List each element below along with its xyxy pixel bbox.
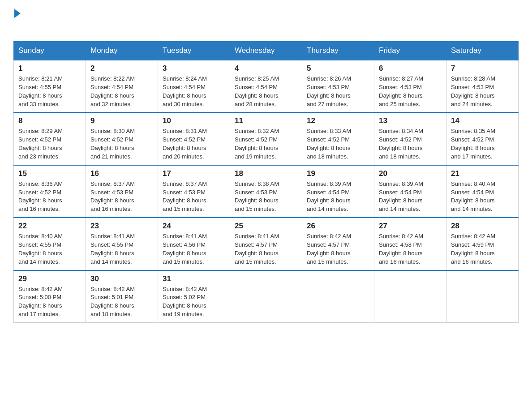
day-number: 16	[90, 169, 153, 178]
day-info: Sunrise: 8:39 AMSunset: 4:54 PMDaylight:…	[307, 180, 351, 213]
weekday-header-friday: Friday	[374, 42, 446, 60]
day-info: Sunrise: 8:32 AMSunset: 4:52 PMDaylight:…	[235, 128, 279, 160]
calendar-cell: 9 Sunrise: 8:30 AMSunset: 4:52 PMDayligh…	[86, 112, 158, 165]
day-number: 29	[18, 274, 81, 283]
day-number: 2	[90, 64, 153, 73]
calendar-cell: 5 Sunrise: 8:26 AMSunset: 4:53 PMDayligh…	[302, 60, 374, 112]
day-info: Sunrise: 8:28 AMSunset: 4:53 PMDaylight:…	[451, 75, 495, 107]
day-info: Sunrise: 8:21 AMSunset: 4:55 PMDaylight:…	[18, 75, 63, 107]
day-number: 10	[163, 116, 225, 125]
calendar-cell: 14 Sunrise: 8:35 AMSunset: 4:52 PMDaylig…	[446, 112, 519, 165]
calendar-cell: 27 Sunrise: 8:42 AMSunset: 4:58 PMDaylig…	[374, 218, 446, 270]
day-info: Sunrise: 8:25 AMSunset: 4:54 PMDaylight:…	[235, 75, 279, 107]
day-number: 4	[235, 64, 297, 73]
calendar-week-row: 1 Sunrise: 8:21 AMSunset: 4:55 PMDayligh…	[14, 60, 519, 112]
day-info: Sunrise: 8:37 AMSunset: 4:53 PMDaylight:…	[90, 180, 135, 213]
calendar-cell: 4 Sunrise: 8:25 AMSunset: 4:54 PMDayligh…	[230, 60, 302, 112]
day-info: Sunrise: 8:34 AMSunset: 4:52 PMDaylight:…	[379, 128, 423, 160]
day-number: 24	[163, 222, 225, 231]
day-info: Sunrise: 8:40 AMSunset: 4:55 PMDaylight:…	[18, 233, 63, 265]
calendar-cell: 19 Sunrise: 8:39 AMSunset: 4:54 PMDaylig…	[302, 165, 374, 218]
day-number: 1	[18, 64, 81, 73]
day-number: 6	[379, 64, 442, 73]
day-info: Sunrise: 8:24 AMSunset: 4:54 PMDaylight:…	[163, 75, 207, 107]
day-info: Sunrise: 8:29 AMSunset: 4:52 PMDaylight:…	[18, 128, 63, 160]
day-info: Sunrise: 8:42 AMSunset: 5:00 PMDaylight:…	[18, 286, 63, 318]
day-info: Sunrise: 8:42 AMSunset: 5:01 PMDaylight:…	[90, 286, 135, 318]
day-info: Sunrise: 8:38 AMSunset: 4:53 PMDaylight:…	[235, 180, 279, 213]
calendar-cell: 15 Sunrise: 8:36 AMSunset: 4:52 PMDaylig…	[14, 165, 86, 218]
calendar-cell: 16 Sunrise: 8:37 AMSunset: 4:53 PMDaylig…	[86, 165, 158, 218]
weekday-header-thursday: Thursday	[302, 42, 374, 60]
day-number: 18	[235, 169, 297, 178]
day-info: Sunrise: 8:33 AMSunset: 4:52 PMDaylight:…	[307, 128, 351, 160]
calendar-cell: 7 Sunrise: 8:28 AMSunset: 4:53 PMDayligh…	[446, 60, 519, 112]
calendar-cell: 31 Sunrise: 8:42 AMSunset: 5:02 PMDaylig…	[158, 270, 230, 323]
calendar-cell: 28 Sunrise: 8:42 AMSunset: 4:59 PMDaylig…	[446, 218, 519, 270]
day-info: Sunrise: 8:36 AMSunset: 4:52 PMDaylight:…	[18, 180, 63, 213]
day-info: Sunrise: 8:40 AMSunset: 4:54 PMDaylight:…	[451, 180, 495, 213]
calendar-week-row: 8 Sunrise: 8:29 AMSunset: 4:52 PMDayligh…	[14, 112, 519, 165]
day-number: 27	[379, 222, 442, 231]
day-number: 11	[235, 116, 297, 125]
day-number: 9	[90, 116, 153, 125]
calendar-cell: 22 Sunrise: 8:40 AMSunset: 4:55 PMDaylig…	[14, 218, 86, 270]
calendar-cell: 6 Sunrise: 8:27 AMSunset: 4:53 PMDayligh…	[374, 60, 446, 112]
day-info: Sunrise: 8:37 AMSunset: 4:53 PMDaylight:…	[163, 180, 207, 213]
calendar-cell	[446, 270, 519, 323]
day-number: 25	[235, 222, 297, 231]
day-info: Sunrise: 8:30 AMSunset: 4:52 PMDaylight:…	[90, 128, 135, 160]
day-info: Sunrise: 8:22 AMSunset: 4:54 PMDaylight:…	[90, 75, 135, 107]
calendar-cell: 13 Sunrise: 8:34 AMSunset: 4:52 PMDaylig…	[374, 112, 446, 165]
weekday-header-sunday: Sunday	[14, 42, 86, 60]
calendar-cell: 2 Sunrise: 8:22 AMSunset: 4:54 PMDayligh…	[86, 60, 158, 112]
page-header	[13, 9, 519, 32]
calendar-cell: 18 Sunrise: 8:38 AMSunset: 4:53 PMDaylig…	[230, 165, 302, 218]
day-number: 19	[307, 169, 369, 178]
calendar-cell: 24 Sunrise: 8:41 AMSunset: 4:56 PMDaylig…	[158, 218, 230, 270]
day-number: 8	[18, 116, 81, 125]
day-number: 3	[163, 64, 225, 73]
logo	[13, 9, 21, 32]
calendar-week-row: 22 Sunrise: 8:40 AMSunset: 4:55 PMDaylig…	[14, 218, 519, 270]
calendar-cell: 29 Sunrise: 8:42 AMSunset: 5:00 PMDaylig…	[14, 270, 86, 323]
calendar-cell: 21 Sunrise: 8:40 AMSunset: 4:54 PMDaylig…	[446, 165, 519, 218]
calendar-cell: 25 Sunrise: 8:41 AMSunset: 4:57 PMDaylig…	[230, 218, 302, 270]
day-info: Sunrise: 8:42 AMSunset: 4:59 PMDaylight:…	[451, 233, 495, 265]
weekday-header-tuesday: Tuesday	[158, 42, 230, 60]
calendar-cell: 11 Sunrise: 8:32 AMSunset: 4:52 PMDaylig…	[230, 112, 302, 165]
day-info: Sunrise: 8:39 AMSunset: 4:54 PMDaylight:…	[379, 180, 423, 213]
day-number: 30	[90, 274, 153, 283]
day-number: 14	[451, 116, 514, 125]
day-number: 31	[163, 274, 225, 283]
day-info: Sunrise: 8:27 AMSunset: 4:53 PMDaylight:…	[379, 75, 423, 107]
day-number: 20	[379, 169, 442, 178]
calendar-cell	[374, 270, 446, 323]
calendar-table: SundayMondayTuesdayWednesdayThursdayFrid…	[13, 41, 519, 323]
day-info: Sunrise: 8:42 AMSunset: 5:02 PMDaylight:…	[163, 286, 207, 318]
calendar-cell: 10 Sunrise: 8:31 AMSunset: 4:52 PMDaylig…	[158, 112, 230, 165]
day-info: Sunrise: 8:42 AMSunset: 4:58 PMDaylight:…	[379, 233, 423, 265]
logo-triangle-icon	[14, 9, 21, 18]
day-info: Sunrise: 8:26 AMSunset: 4:53 PMDaylight:…	[307, 75, 351, 107]
calendar-week-row: 15 Sunrise: 8:36 AMSunset: 4:52 PMDaylig…	[14, 165, 519, 218]
day-number: 21	[451, 169, 514, 178]
calendar-cell: 8 Sunrise: 8:29 AMSunset: 4:52 PMDayligh…	[14, 112, 86, 165]
calendar-cell: 12 Sunrise: 8:33 AMSunset: 4:52 PMDaylig…	[302, 112, 374, 165]
day-number: 13	[379, 116, 442, 125]
day-number: 12	[307, 116, 369, 125]
calendar-cell	[302, 270, 374, 323]
day-info: Sunrise: 8:31 AMSunset: 4:52 PMDaylight:…	[163, 128, 207, 160]
weekday-header-wednesday: Wednesday	[230, 42, 302, 60]
calendar-week-row: 29 Sunrise: 8:42 AMSunset: 5:00 PMDaylig…	[14, 270, 519, 323]
day-info: Sunrise: 8:41 AMSunset: 4:55 PMDaylight:…	[90, 233, 135, 265]
calendar-cell: 20 Sunrise: 8:39 AMSunset: 4:54 PMDaylig…	[374, 165, 446, 218]
day-number: 17	[163, 169, 225, 178]
calendar-cell: 30 Sunrise: 8:42 AMSunset: 5:01 PMDaylig…	[86, 270, 158, 323]
day-number: 26	[307, 222, 369, 231]
day-info: Sunrise: 8:35 AMSunset: 4:52 PMDaylight:…	[451, 128, 495, 160]
calendar-cell	[230, 270, 302, 323]
day-number: 23	[90, 222, 153, 231]
day-info: Sunrise: 8:41 AMSunset: 4:56 PMDaylight:…	[163, 233, 207, 265]
calendar-cell: 1 Sunrise: 8:21 AMSunset: 4:55 PMDayligh…	[14, 60, 86, 112]
